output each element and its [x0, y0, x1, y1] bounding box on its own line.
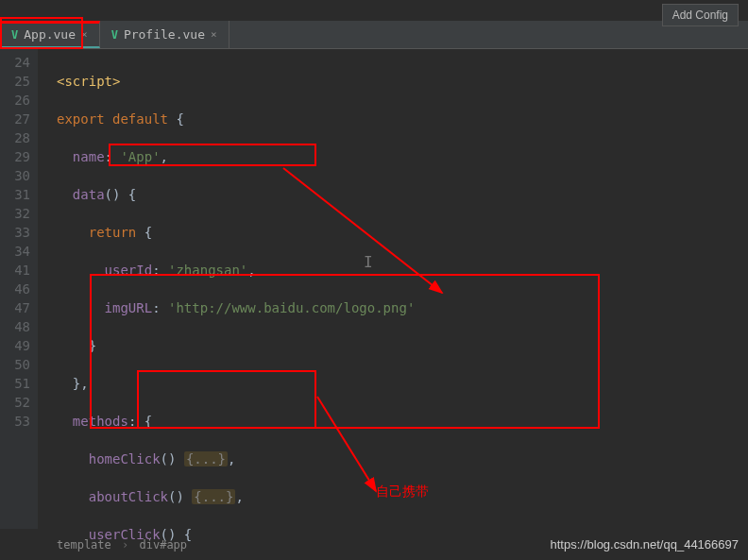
token-punc: :	[105, 149, 121, 164]
token-string: 'App'	[120, 149, 160, 164]
token-punc: () {	[105, 187, 137, 202]
tab-app-vue[interactable]: V App.vue ×	[0, 21, 100, 48]
token-punc: }	[89, 338, 96, 353]
line-number: 50	[4, 355, 30, 374]
tab-profile-vue[interactable]: V Profile.vue ×	[100, 21, 230, 48]
line-number: 52	[4, 393, 30, 412]
line-number: 29	[4, 147, 30, 166]
token-punc: : {	[128, 414, 152, 429]
line-number: 28	[4, 128, 30, 147]
line-number: 41	[4, 261, 30, 280]
tab-label: App.vue	[24, 25, 76, 44]
line-number: 24	[4, 53, 30, 72]
token-prop: name	[73, 149, 105, 164]
token-func: homeClick	[89, 451, 161, 467]
fold-marker[interactable]: {...}	[184, 451, 228, 467]
watermark: https://blog.csdn.net/qq_44166697	[551, 535, 740, 554]
tab-label: Profile.vue	[124, 25, 205, 44]
line-number: 31	[4, 185, 30, 204]
token-punc: :	[152, 300, 168, 315]
token-punc: {	[144, 225, 152, 240]
token-string: 'http://www.baidu.com/logo.png'	[168, 300, 415, 315]
add-config-button[interactable]: Add Config	[662, 4, 739, 26]
vue-icon: V	[111, 25, 118, 44]
line-number: 33	[4, 223, 30, 242]
line-number: 27	[4, 110, 30, 128]
line-number: 53	[4, 412, 30, 431]
token-keyword: return	[89, 225, 144, 240]
line-number: 34	[4, 242, 30, 261]
token-func: aboutClick	[89, 489, 168, 504]
line-number: 32	[4, 204, 30, 223]
token-punc: ,	[247, 263, 255, 278]
toolbar: Add Config	[662, 4, 739, 26]
close-icon[interactable]: ×	[211, 25, 217, 44]
breadcrumb-item[interactable]: template	[57, 538, 111, 552]
token-func: data	[73, 187, 105, 202]
token-prop: methods	[73, 414, 128, 429]
token-punc: {	[176, 111, 183, 127]
breadcrumb-item[interactable]: div#app	[140, 538, 188, 552]
code-editor[interactable]: 24 25 26 27 28 29 30 31 32 33 34 41 46 4…	[0, 49, 748, 529]
token-keyword: default	[112, 111, 176, 127]
token-prop: userId	[105, 263, 153, 278]
line-number: 30	[4, 166, 30, 185]
line-gutter: 24 25 26 27 28 29 30 31 32 33 34 41 46 4…	[0, 49, 38, 529]
text-caret: I	[364, 253, 373, 272]
token-string: 'zhangsan'	[168, 263, 247, 278]
editor-tabs: V App.vue × V Profile.vue ×	[0, 21, 748, 49]
code-body[interactable]: <script> export default { name: 'App', d…	[38, 49, 748, 529]
line-number: 48	[4, 317, 30, 336]
token-punc: ,	[228, 451, 235, 467]
token-keyword: export	[57, 111, 112, 127]
token-punc: },	[73, 376, 89, 391]
breadcrumb[interactable]: template › div#app	[57, 535, 187, 554]
token-tag: <script>	[57, 74, 120, 89]
line-number: 51	[4, 374, 30, 393]
close-icon[interactable]: ×	[81, 25, 88, 44]
vue-icon: V	[11, 25, 18, 44]
fold-marker[interactable]: {...}	[192, 489, 235, 504]
line-number: 26	[4, 91, 30, 110]
token-punc: ,	[161, 149, 168, 164]
line-number: 49	[4, 336, 30, 355]
token-punc: ,	[235, 489, 243, 504]
token-punc: ()	[168, 489, 192, 504]
line-number: 25	[4, 72, 30, 91]
chevron-right-icon: ›	[122, 538, 128, 552]
token-prop: imgURL	[105, 300, 153, 315]
line-number: 46	[4, 280, 30, 298]
token-punc: :	[152, 263, 168, 278]
token-punc: ()	[161, 451, 184, 467]
line-number: 47	[4, 298, 30, 317]
